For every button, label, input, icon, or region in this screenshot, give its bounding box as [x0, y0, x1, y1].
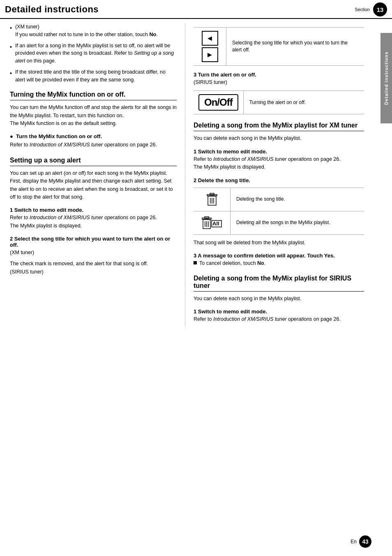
xm-step1-heading: 1 Switch to memo edit mode. — [194, 148, 364, 155]
bullet-item-3: • If the stored title and the title of t… — [10, 68, 177, 84]
setting-step1-heading: 1 Switch to memo edit mode. — [10, 207, 177, 213]
page-title: Detailed instructions — [5, 4, 99, 15]
bullet-item-1: • (XM tuner)If you would rather not to t… — [10, 23, 177, 39]
footer: En 43 — [350, 535, 371, 548]
arrow-icon-row: ◄ ► Selecting the song title for which y… — [194, 27, 364, 66]
trash-icon-cell — [194, 188, 231, 211]
xm-delete-heading: Deleting a song from the MyMix playlist … — [194, 122, 364, 131]
main-content: • (XM tuner)If you would rather not to t… — [0, 19, 392, 331]
setting-step2-body: The check mark is removed, and the alert… — [10, 260, 177, 276]
bullet-text-2: If an alert for a song in the MyMix play… — [15, 42, 177, 65]
xm-step1-body: Refer to Introduction of XM/SIRIUS tuner… — [194, 155, 364, 171]
delete-single-description: Deleting the song title. — [231, 192, 291, 206]
turning-heading: Turning the MyMix function on or off. — [10, 91, 177, 100]
trash-all-icon-cell: All — [194, 211, 231, 234]
setting-step2-heading: 2 Select the song title for which you wa… — [10, 236, 177, 248]
turning-step-heading: ● Turn the MyMix function on or off. — [10, 133, 177, 139]
section-info: Section 13 — [355, 2, 387, 16]
arrow-up-icon: ◄ — [202, 31, 218, 46]
footer-en-label: En — [350, 539, 357, 544]
square-bullet-icon — [194, 261, 197, 264]
sirius-step1-body: Refer to Introduction of XM/SIRIUS tuner… — [194, 315, 364, 323]
trash-all-icon: All — [200, 215, 224, 231]
after-delete-text: That song will be deleted from the MyMix… — [194, 239, 364, 247]
bullet-list: • (XM tuner)If you would rather not to t… — [10, 23, 177, 83]
xm-delete-body: You can delete each song in the MyMix pl… — [194, 134, 364, 142]
step3-alert-sub: (SIRIUS tuner) — [194, 79, 364, 86]
delete-single-row: Deleting the song title. — [194, 188, 364, 211]
sirius-delete-body: You can delete each song in the MyMix pl… — [194, 295, 364, 303]
onoff-description: Turning the alert on or off. — [244, 96, 311, 109]
setting-step1-body: Refer to Introduction of XM/SIRIUS tuner… — [10, 214, 177, 230]
setting-body: You can set up an alert (on or off) for … — [10, 169, 177, 202]
setting-step2-sub: (XM tuner) — [10, 249, 177, 257]
section-label: Section — [355, 7, 370, 12]
xm-step3-heading: 3 A message to confirm deletion will app… — [194, 253, 364, 259]
arrow-description: Selecting the song title for which you w… — [226, 36, 364, 57]
bullet-dot-3: • — [10, 69, 12, 84]
svg-rect-1 — [210, 193, 214, 195]
bullet-text-1: (XM tuner)If you would rather not to tun… — [15, 23, 177, 39]
bullet-dot-1: • — [10, 24, 12, 39]
bullet-dot-2: • — [10, 43, 12, 65]
sirius-delete-heading: Deleting a song from the MyMix playlist … — [194, 275, 364, 292]
turning-body: You can turn the MyMix function off and … — [10, 104, 177, 127]
onoff-icon-row: On/Off Turning the alert on or off. — [194, 90, 364, 114]
left-column: • (XM tuner)If you would rather not to t… — [0, 23, 185, 327]
step3-alert-heading: 3 Turn the alert on or off. — [194, 72, 364, 78]
setting-heading: Setting up a song alert — [10, 157, 177, 166]
trash-icon — [204, 191, 220, 208]
onoff-button: On/Off — [198, 94, 238, 111]
delete-all-row: All Deleting all the songs in the MyMix … — [194, 211, 364, 235]
arrow-icon-box: ◄ ► — [194, 28, 226, 65]
top-bar: Detailed instructions Section 13 — [0, 0, 392, 19]
cancel-deletion-text: To cancel deletion, touch No. — [199, 259, 265, 267]
sirius-step1-heading: 1 Switch to memo edit mode. — [194, 308, 364, 315]
cancel-deletion-bullet: To cancel deletion, touch No. — [194, 259, 364, 267]
xm-step2-heading: 2 Delete the song title. — [194, 177, 364, 183]
onoff-icon-box: On/Off — [194, 91, 244, 114]
delete-icon-rows: Deleting the song title. All — [194, 188, 364, 235]
svg-text:All: All — [212, 220, 219, 227]
bullet-item-2: • If an alert for a song in the MyMix pl… — [10, 42, 177, 65]
svg-rect-7 — [205, 217, 209, 218]
turning-step-body: Refer to Introduction of XM/SIRIUS tuner… — [10, 141, 177, 149]
bullet-text-3: If the stored title and the title of the… — [15, 68, 177, 84]
delete-all-description: Deleting all the songs in the MyMix play… — [231, 216, 336, 229]
right-column: ◄ ► Selecting the song title for which y… — [185, 23, 380, 327]
arrow-down-icon: ► — [202, 47, 218, 62]
footer-page-number: 43 — [359, 535, 371, 548]
section-badge: 13 — [373, 2, 387, 16]
